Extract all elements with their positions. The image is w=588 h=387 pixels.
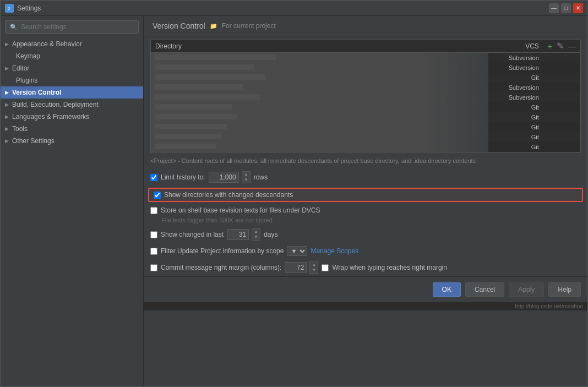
ok-button[interactable]: OK [433,282,461,297]
commit-margin-input[interactable] [285,262,307,273]
hint-text: <Project> - Content roots of all modules… [144,156,587,168]
row-actions [543,142,580,152]
vcs-cell: Git [488,142,543,152]
dir-cell [151,73,488,83]
arrow-icon: ▶ [5,66,9,71]
show-changed-spinner: ▲ ▼ [252,228,260,241]
dir-cell [151,142,488,152]
search-box[interactable]: 🔍 [5,20,139,34]
cancel-button[interactable]: Cancel [465,282,504,297]
show-changed-checkbox[interactable] [150,231,157,238]
edit-vcs-button[interactable]: ✎ [556,42,565,51]
dir-cell [151,112,488,122]
row-actions [543,122,580,132]
vcs-cell: Git [488,132,543,142]
close-button[interactable]: ✕ [573,3,583,13]
limit-history-spinner: ▲ ▼ [242,171,251,183]
row-actions [543,132,580,142]
filter-update-checkbox[interactable] [150,248,157,255]
wrap-checkbox[interactable] [322,264,329,271]
sidebar-item-keymap[interactable]: Keymap [1,50,143,62]
table-row[interactable]: Git [151,112,580,122]
spinner-down-3[interactable]: ▼ [310,268,318,273]
table-row[interactable]: Subversion [151,83,580,92]
dir-cell [151,83,488,92]
vcs-cell: Subversion [488,83,543,92]
vcs-cell: Subversion [488,63,543,73]
svg-text:J: J [8,7,10,10]
limit-history-input[interactable] [209,172,239,183]
store-shelf-checkbox[interactable] [150,207,157,214]
filter-update-label: Filter Update Project information by sco… [161,247,284,255]
table-row[interactable]: Subversion [151,53,580,63]
search-icon: 🔍 [10,24,18,31]
table-row[interactable]: Git [151,132,580,142]
panel-subtitle: For current project [222,22,276,30]
titlebar: J Settings — □ ✕ [1,1,587,16]
minimize-button[interactable]: — [549,3,559,13]
window-controls: — □ ✕ [549,3,583,13]
spinner-down-2[interactable]: ▼ [252,235,260,240]
row-actions [543,92,580,102]
sidebar-item-version-control[interactable]: ▶ Version Control [1,86,143,99]
row-actions [543,112,580,122]
search-input[interactable] [21,23,134,31]
vcs-table-container[interactable]: Directory VCS + ✎ — [150,40,581,152]
arrow-icon: ▶ [5,138,9,144]
spinner-up-2[interactable]: ▲ [252,229,260,235]
vcs-cell: Git [488,122,543,132]
show-dirs-label: Show directories with changed descendant… [164,191,293,199]
filter-scope-dropdown[interactable]: ▼ [287,246,307,256]
table-row[interactable]: Git [151,122,580,132]
row-actions [543,53,580,63]
store-shelf-hint: File texts bigger than 500K are not stor… [144,217,587,226]
bottom-bar: OK Cancel Apply Help [144,276,587,302]
add-vcs-button[interactable]: + [547,42,553,50]
limit-history-checkbox[interactable] [150,174,157,181]
sidebar-item-label: Other Settings [12,137,55,145]
wrap-label: Wrap when typing reaches right margin [332,264,447,271]
sidebar-item-label: Keymap [16,52,40,60]
limit-history-row: Limit history to: ▲ ▼ rows [144,168,587,186]
show-dirs-checkbox[interactable] [154,192,161,199]
sidebar-item-appearance[interactable]: ▶ Appearance & Behavior [1,38,143,50]
sidebar-item-build[interactable]: ▶ Build, Execution, Deployment [1,99,143,111]
show-changed-input[interactable] [227,229,249,240]
show-dirs-row: Show directories with changed descendant… [148,188,583,202]
table-row[interactable]: Subversion [151,63,580,73]
limit-history-label: Limit history to: [161,173,205,181]
help-button[interactable]: Help [548,282,581,297]
row-actions [543,63,580,73]
manage-scopes-link[interactable]: Manage Scopes [311,247,358,255]
spinner-down[interactable]: ▼ [242,177,250,183]
sidebar-item-label: Plugins [16,77,37,84]
show-changed-label: Show changed in last [161,231,224,238]
main-content: 🔍 ▶ Appearance & Behavior Keymap ▶ Edito… [1,16,587,386]
table-row[interactable]: Git [151,102,580,112]
spinner-up-3[interactable]: ▲ [310,262,318,268]
dir-cell [151,63,488,73]
sidebar-item-label: Version Control [12,89,61,96]
vcs-cell: Git [488,73,543,83]
sidebar-item-other[interactable]: ▶ Other Settings [1,135,143,147]
sidebar-item-languages[interactable]: ▶ Languages & Frameworks [1,111,143,123]
sidebar-item-label: Appearance & Behavior [12,40,82,48]
arrow-icon: ▶ [5,41,9,47]
sidebar-item-plugins[interactable]: Plugins [1,74,143,86]
commit-margin-label: Commit message right margin (columns): [161,264,281,271]
vcs-cell: Subversion [488,92,543,102]
commit-margin-checkbox[interactable] [150,264,157,271]
sidebar-item-label: Editor [12,64,29,72]
filter-update-row: Filter Update Project information by sco… [144,243,587,259]
sidebar-item-editor[interactable]: ▶ Editor [1,62,143,74]
table-row[interactable]: Git [151,142,580,152]
dir-cell [151,53,488,63]
apply-button[interactable]: Apply [509,282,544,297]
sidebar-item-tools[interactable]: ▶ Tools [1,123,143,135]
spinner-up[interactable]: ▲ [242,172,250,177]
table-row[interactable]: Subversion [151,92,580,102]
remove-vcs-button[interactable]: — [567,42,577,50]
table-row[interactable]: Git [151,73,580,83]
sidebar-item-label: Tools [12,125,28,133]
maximize-button[interactable]: □ [561,3,571,13]
